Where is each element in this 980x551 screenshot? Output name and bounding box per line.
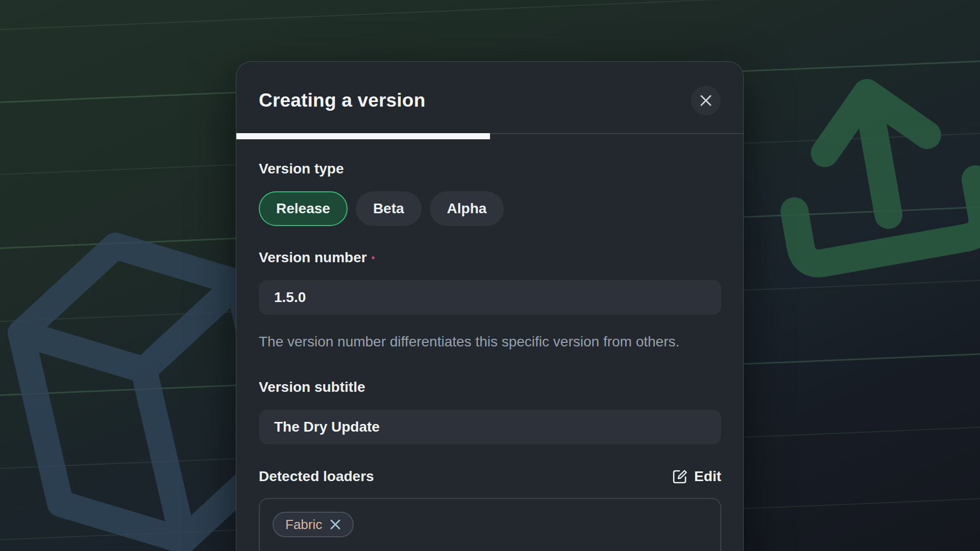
remove-fabric-button[interactable] (330, 519, 341, 530)
step-progress-bar (236, 133, 743, 139)
version-type-label: Version type (259, 161, 721, 177)
modal-title: Creating a version (259, 90, 425, 111)
edit-button-label: Edit (694, 468, 721, 485)
version-number-input[interactable] (259, 280, 721, 315)
version-type-beta-button[interactable]: Beta (356, 191, 422, 226)
edit-pencil-icon (672, 469, 688, 484)
background-arc-line (0, 0, 980, 33)
close-icon (699, 94, 713, 107)
modal-header: Creating a version (236, 62, 743, 139)
close-button[interactable] (691, 86, 721, 115)
edit-loaders-button[interactable]: Edit (672, 468, 721, 485)
version-number-section: Version number* The version number diffe… (259, 249, 721, 353)
loader-chip-label: Fabric (285, 517, 322, 533)
upload-arrow-icon (741, 25, 980, 303)
version-type-release-button[interactable]: Release (259, 191, 348, 226)
detected-loaders-label: Detected loaders (259, 468, 374, 485)
modal-body: Version type Release Beta Alpha Version … (236, 139, 743, 551)
version-number-label: Version number (259, 249, 367, 265)
version-subtitle-input[interactable] (259, 410, 721, 444)
detected-loaders-box: Fabric (259, 498, 721, 551)
creating-version-modal: Creating a version Version type Release … (236, 61, 744, 551)
version-subtitle-section: Version subtitle (259, 379, 721, 444)
required-asterisk: * (372, 255, 375, 264)
detected-loaders-header: Detected loaders Edit (259, 468, 721, 485)
version-number-help-text: The version number differentiates this s… (259, 330, 690, 353)
detected-loaders-section: Detected loaders Edit Fabric (259, 468, 721, 551)
loader-chip-fabric: Fabric (273, 512, 354, 537)
version-subtitle-label: Version subtitle (259, 379, 721, 395)
version-type-alpha-button[interactable]: Alpha (430, 191, 504, 226)
version-type-options: Release Beta Alpha (259, 191, 721, 226)
step-progress-fill (236, 133, 490, 139)
remove-x-icon (330, 519, 341, 530)
